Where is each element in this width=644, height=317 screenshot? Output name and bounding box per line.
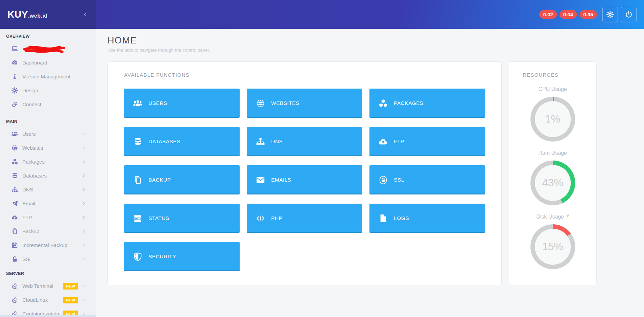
tile-backup[interactable]: BACKUP: [124, 165, 240, 194]
new-badge: NEW: [63, 297, 78, 303]
sidebar-item-connect[interactable]: Connect: [0, 97, 96, 111]
sidebar-item-design[interactable]: Design: [0, 83, 96, 97]
sidebar: KUY.web.id OVERVIEWDashboardVersion Mana…: [0, 0, 96, 317]
cloud-upload-icon: [11, 214, 18, 221]
chevron-right-icon: [82, 174, 86, 178]
tile-label: FTP: [394, 138, 404, 145]
nav-section-server: SERVERWeb TerminalNEWCloudLinuxNEWContai…: [0, 266, 96, 317]
page-subtitle: Use the tabs to navigate through the con…: [107, 48, 644, 53]
sidebar-item-label: Web Terminal: [22, 283, 63, 289]
save-icon: [11, 242, 18, 249]
sidebar-item-packages[interactable]: Packages: [6, 155, 96, 169]
brand-name: KUY: [7, 9, 28, 20]
tile-databases[interactable]: DATABASES: [124, 127, 240, 156]
tile-status[interactable]: STATUS: [124, 204, 240, 233]
link-icon: [11, 101, 18, 108]
shield-icon: [133, 252, 143, 262]
server-icon: [133, 213, 143, 223]
tile-security[interactable]: SECURITY: [124, 242, 240, 271]
globe-icon: [256, 98, 265, 108]
tile-packages[interactable]: PACKAGES: [369, 89, 485, 118]
sidebar-item-ftp[interactable]: FTP: [6, 210, 96, 224]
chevron-right-icon: [82, 132, 86, 136]
tile-users[interactable]: USERS: [124, 89, 240, 118]
tile-label: PHP: [271, 215, 282, 221]
donut-chart: 43%: [530, 161, 575, 205]
sidebar-item-email[interactable]: Email: [6, 197, 96, 210]
sidebar-item-ssl[interactable]: SSL: [6, 252, 96, 266]
sidebar-collapse-button[interactable]: [82, 12, 88, 17]
code-icon: [256, 213, 265, 223]
envelope-icon: [256, 175, 265, 185]
tile-logs[interactable]: LOGS: [369, 204, 485, 233]
sidebar-item-label: Packages: [22, 159, 82, 165]
nav-section-main: MAINUsersWebsitesPackagesDatabasesDNSEma…: [6, 114, 96, 266]
tile-label: SECURITY: [148, 254, 176, 260]
tile-ftp[interactable]: FTP: [369, 127, 485, 156]
users-icon: [133, 98, 143, 108]
tile-php[interactable]: PHP: [247, 204, 362, 233]
tile-label: PACKAGES: [394, 100, 423, 106]
redacted-hostname-scribble: [22, 45, 86, 53]
gauge-label: CPU Usage: [509, 86, 596, 92]
logout-button[interactable]: [621, 7, 637, 22]
sidebar-item-version-management[interactable]: Version Management: [0, 70, 96, 83]
tile-websites[interactable]: WEBSITES: [247, 89, 362, 118]
load-averages: 0.020.040.05: [539, 10, 597, 19]
sidebar-bottom-strip: [0, 315, 96, 317]
sidebar-item-databases[interactable]: Databases: [6, 169, 96, 183]
sidebar-item-dashboard[interactable]: Dashboard: [0, 56, 96, 70]
chevron-right-icon: [82, 160, 86, 164]
sidebar-item-hostname[interactable]: [0, 42, 96, 56]
sidebar-item-backup[interactable]: Backup: [6, 224, 96, 238]
nav-section-label: MAIN: [6, 114, 96, 127]
chevron-right-icon: [82, 188, 86, 191]
settings-button[interactable]: [602, 7, 618, 22]
copy-icon: [11, 228, 18, 235]
available-functions-panel: AVAILABLE FUNCTIONS USERSWEBSITESPACKAGE…: [107, 61, 502, 285]
available-functions-heading: AVAILABLE FUNCTIONS: [124, 72, 485, 78]
donut-chart: 1%: [530, 97, 575, 142]
users-icon: [11, 130, 18, 137]
sidebar-item-label: Version Management: [22, 74, 86, 79]
tile-emails[interactable]: EMAILS: [247, 165, 362, 194]
sidebar-item-label: Websites: [22, 145, 82, 151]
lock-icon: [11, 256, 18, 263]
info-icon: [11, 73, 18, 80]
gauge-disk-usage: Disk Usage '/'15%: [509, 214, 596, 269]
tile-label: BACKUP: [148, 177, 171, 183]
sidebar-item-label: Design: [22, 88, 86, 93]
sidebar-item-users[interactable]: Users: [6, 127, 96, 141]
tile-label: WEBSITES: [271, 100, 299, 106]
tile-ssl[interactable]: SSL: [369, 165, 485, 194]
brand-logo[interactable]: KUY.web.id: [7, 9, 47, 20]
sidebar-item-cloudlinux[interactable]: CloudLinuxNEW: [0, 293, 96, 307]
sidebar-item-web-terminal[interactable]: Web TerminalNEW: [0, 279, 96, 293]
chevron-right-icon: [82, 229, 86, 233]
tile-label: USERS: [148, 100, 167, 106]
page-title: HOME: [107, 35, 644, 46]
sidebar-nav: OVERVIEWDashboardVersion ManagementDesig…: [0, 29, 96, 317]
flame-icon: [11, 282, 18, 290]
resources-panel: RESOURCES CPU Usage1%Ram Usage43%Disk Us…: [509, 61, 597, 285]
chevron-right-icon: [82, 257, 86, 261]
copy-icon: [133, 175, 143, 185]
sidebar-item-dns[interactable]: DNS: [6, 183, 96, 197]
file-icon: [378, 213, 388, 223]
sidebar-item-websites[interactable]: Websites: [6, 141, 96, 155]
power-icon: [625, 11, 633, 19]
gauge-label: Ram Usage: [509, 150, 596, 156]
main-area: 0.020.040.05 HOME Use the tabs to naviga…: [96, 0, 644, 317]
tile-label: EMAILS: [271, 177, 291, 183]
gauge-value: 43%: [535, 165, 571, 201]
laptop-icon: [11, 45, 18, 52]
sidebar-header: KUY.web.id: [0, 0, 96, 29]
tile-dns[interactable]: DNS: [247, 127, 362, 156]
sidebar-item-incremental-backup[interactable]: Incremental Backup: [6, 238, 96, 252]
new-badge: NEW: [63, 283, 78, 290]
tile-label: STATUS: [148, 215, 169, 221]
sitemap-icon: [11, 186, 18, 193]
chevron-right-icon: [82, 284, 86, 288]
tile-label: LOGS: [394, 215, 409, 221]
cubes-icon: [378, 98, 388, 108]
